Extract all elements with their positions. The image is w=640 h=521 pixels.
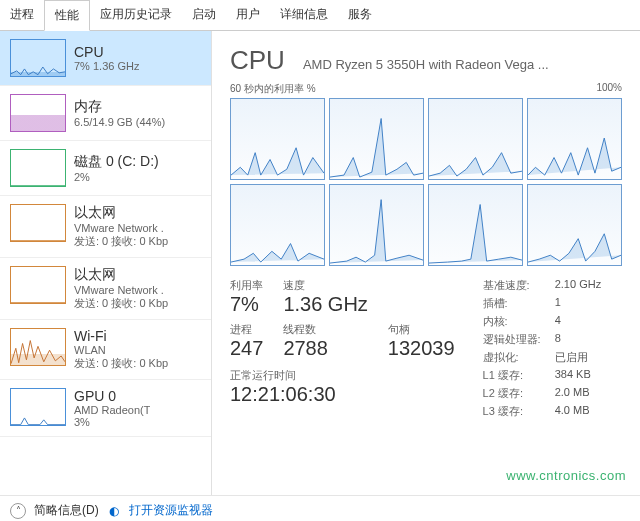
- core-chart-5: [329, 184, 424, 266]
- sidebar-item-wifi[interactable]: Wi-Fi WLAN 发送: 0 接收: 0 Kbp: [0, 320, 211, 380]
- tab-services[interactable]: 服务: [338, 0, 382, 30]
- chart-label-right: 100%: [596, 82, 622, 96]
- tab-bar: 进程 性能 应用历史记录 启动 用户 详细信息 服务: [0, 0, 640, 31]
- cpu-model: AMD Ryzen 5 3550H with Radeon Vega ...: [303, 57, 622, 72]
- util-label: 利用率: [230, 278, 263, 293]
- sidebar-eth1-title: 以太网: [74, 204, 168, 222]
- sidebar-gpu-sub: AMD Radeon(T: [74, 404, 150, 416]
- sidebar-memory-sub: 6.5/14.9 GB (44%): [74, 116, 165, 128]
- core-chart-3: [527, 98, 622, 180]
- page-title: CPU: [230, 45, 285, 76]
- sidebar-eth2-title: 以太网: [74, 266, 168, 284]
- core-chart-1: [329, 98, 424, 180]
- sidebar: CPU 7% 1.36 GHz 内存 6.5/14.9 GB (44%) 磁盘 …: [0, 31, 212, 495]
- handles-value: 132039: [388, 337, 455, 360]
- eth1-thumb-chart: [10, 204, 66, 242]
- eth2-thumb-chart: [10, 266, 66, 304]
- main-panel: CPU AMD Ryzen 5 3550H with Radeon Vega .…: [212, 31, 640, 495]
- core-chart-2: [428, 98, 523, 180]
- monitor-icon: ◐: [107, 504, 121, 518]
- core-chart-6: [428, 184, 523, 266]
- uptime-value: 12:21:06:30: [230, 383, 455, 406]
- tab-performance[interactable]: 性能: [44, 0, 90, 31]
- fewer-details-link[interactable]: 简略信息(D): [34, 502, 99, 519]
- sidebar-item-eth1[interactable]: 以太网 VMware Network . 发送: 0 接收: 0 Kbp: [0, 196, 211, 258]
- sidebar-gpu-sub2: 3%: [74, 416, 150, 428]
- sidebar-eth1-sub: VMware Network .: [74, 222, 168, 234]
- proc-value: 247: [230, 337, 263, 360]
- speed-value: 1.36 GHz: [283, 293, 367, 316]
- sidebar-wifi-title: Wi-Fi: [74, 328, 168, 344]
- sidebar-disk-sub: 2%: [74, 171, 159, 183]
- proc-label: 进程: [230, 322, 263, 337]
- sidebar-item-gpu[interactable]: GPU 0 AMD Radeon(T 3%: [0, 380, 211, 437]
- sidebar-item-cpu[interactable]: CPU 7% 1.36 GHz: [0, 31, 211, 86]
- sidebar-cpu-sub: 7% 1.36 GHz: [74, 60, 139, 72]
- tab-processes[interactable]: 进程: [0, 0, 44, 30]
- threads-label: 线程数: [283, 322, 367, 337]
- uptime-label: 正常运行时间: [230, 368, 455, 383]
- threads-value: 2788: [283, 337, 367, 360]
- cpu-thumb-chart: [10, 39, 66, 77]
- chevron-up-icon[interactable]: ˄: [10, 503, 26, 519]
- speed-label: 速度: [283, 278, 367, 293]
- watermark: www.cntronics.com: [506, 468, 626, 483]
- sidebar-eth1-sub2: 发送: 0 接收: 0 Kbp: [74, 234, 168, 249]
- tab-startup[interactable]: 启动: [182, 0, 226, 30]
- core-chart-4: [230, 184, 325, 266]
- sidebar-disk-title: 磁盘 0 (C: D:): [74, 153, 159, 171]
- sidebar-wifi-sub2: 发送: 0 接收: 0 Kbp: [74, 356, 168, 371]
- sidebar-eth2-sub2: 发送: 0 接收: 0 Kbp: [74, 296, 168, 311]
- sidebar-item-memory[interactable]: 内存 6.5/14.9 GB (44%): [0, 86, 211, 141]
- sidebar-cpu-title: CPU: [74, 44, 139, 60]
- handles-label: 句柄: [388, 322, 455, 337]
- chart-label-left: 60 秒内的利用率 %: [230, 82, 316, 96]
- core-chart-7: [527, 184, 622, 266]
- sidebar-gpu-title: GPU 0: [74, 388, 150, 404]
- disk-thumb-chart: [10, 149, 66, 187]
- sidebar-memory-title: 内存: [74, 98, 165, 116]
- tab-details[interactable]: 详细信息: [270, 0, 338, 30]
- open-resource-monitor-link[interactable]: 打开资源监视器: [129, 502, 213, 519]
- core-chart-0: [230, 98, 325, 180]
- tab-app-history[interactable]: 应用历史记录: [90, 0, 182, 30]
- footer-bar: ˄ 简略信息(D) ◐ 打开资源监视器: [0, 495, 640, 521]
- memory-thumb-chart: [10, 94, 66, 132]
- sidebar-wifi-sub: WLAN: [74, 344, 168, 356]
- gpu-thumb-chart: [10, 388, 66, 426]
- core-charts-grid: [230, 98, 622, 266]
- sidebar-item-eth2[interactable]: 以太网 VMware Network . 发送: 0 接收: 0 Kbp: [0, 258, 211, 320]
- sidebar-eth2-sub: VMware Network .: [74, 284, 168, 296]
- wifi-thumb-chart: [10, 328, 66, 366]
- content-area: CPU 7% 1.36 GHz 内存 6.5/14.9 GB (44%) 磁盘 …: [0, 31, 640, 495]
- tab-users[interactable]: 用户: [226, 0, 270, 30]
- cpu-specs: 基准速度:2.10 GHz 插槽:1 内核:4 逻辑处理器:8 虚拟化:已启用 …: [483, 278, 602, 419]
- sidebar-item-disk[interactable]: 磁盘 0 (C: D:) 2%: [0, 141, 211, 196]
- util-value: 7%: [230, 293, 263, 316]
